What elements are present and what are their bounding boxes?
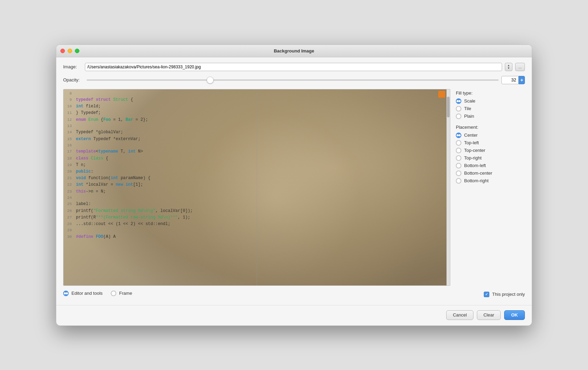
line-number: 24 [65, 195, 76, 201]
placement-top-right[interactable]: Top-right [456, 155, 525, 161]
code-token [86, 117, 88, 122]
line-content: int field; [76, 103, 449, 110]
image-label: Image: [63, 64, 82, 69]
placement-radios: CenterTop-leftTop-centerTop-rightBottom-… [456, 133, 525, 184]
placement-center[interactable]: Center [456, 133, 525, 138]
line-number: 17 [65, 149, 76, 155]
opacity-stepper[interactable]: + [519, 76, 525, 84]
code-token: = 1, [111, 117, 126, 122]
code-token: printf(R [76, 215, 96, 220]
line-number: 18 [65, 156, 76, 162]
image-row: Image: ▲ ▼ ... [63, 63, 525, 71]
image-path-input[interactable] [85, 63, 502, 71]
placement-top-left[interactable]: Top-left [456, 140, 525, 146]
code-token: Bar [126, 117, 133, 122]
fill-type-tile-radio[interactable] [456, 106, 461, 111]
fill-type-plain[interactable]: Plain [456, 114, 525, 119]
project-only-checkbox[interactable]: ✓ [484, 292, 489, 297]
editor-tools-radio[interactable] [63, 291, 69, 296]
placement-bottom-center-radio[interactable] [456, 171, 461, 176]
scrollbar-thumb[interactable] [447, 97, 450, 117]
ok-button[interactable]: OK [504, 310, 525, 320]
code-token: (A) A [103, 234, 116, 239]
line-content: ...std::cout << (1 << 2) << std::endl; [76, 221, 449, 227]
line-number: 26 [65, 208, 76, 214]
cancel-button[interactable]: Cancel [446, 310, 473, 320]
code-token: extern [76, 137, 91, 142]
placement-bottom-center-label: Bottom-center [464, 171, 492, 176]
code-token: { [103, 156, 108, 161]
placement-top-center-radio[interactable] [456, 148, 461, 153]
placement-label: Placement: [456, 125, 525, 130]
fill-type-group: Fill type: ScaleTilePlain [456, 90, 525, 119]
line-number: 16 [65, 143, 76, 149]
line-content: template<typename T, int N> [76, 148, 449, 155]
code-token: , localVar[0]); [155, 208, 193, 213]
fill-type-scale[interactable]: Scale [456, 98, 525, 104]
placement-bottom-center[interactable]: Bottom-center [456, 171, 525, 176]
code-token: { [98, 117, 103, 122]
clear-button[interactable]: Clear [477, 310, 501, 320]
code-token: typename [98, 149, 118, 154]
line-number: 22 [65, 182, 76, 188]
fill-type-tile-label: Tile [464, 106, 471, 111]
code-token: printf( [76, 208, 93, 213]
opacity-label: Opacity: [63, 77, 84, 82]
fill-type-plain-radio[interactable] [456, 114, 461, 119]
orange-indicator [438, 91, 445, 98]
line-number: 12 [65, 117, 76, 123]
placement-bottom-right-radio[interactable] [456, 178, 461, 184]
opacity-row: Opacity: 32 + [63, 76, 525, 84]
preview-scrollbar[interactable] [447, 89, 450, 285]
line-content: public: [76, 168, 449, 175]
code-token: int [128, 149, 136, 154]
image-spinner[interactable]: ▲ ▼ [505, 63, 512, 71]
line-content: printf("Formatted string %d\n\g", localV… [76, 208, 449, 214]
code-token [93, 234, 96, 239]
code-token: < [96, 149, 98, 154]
placement-top-left-radio[interactable] [456, 140, 461, 146]
frame-option[interactable]: Frame [111, 291, 132, 296]
code-token: , 1); [178, 215, 190, 220]
fill-type-tile[interactable]: Tile [456, 106, 525, 111]
browse-button[interactable]: ... [515, 63, 525, 71]
fill-type-radios: ScaleTilePlain [456, 98, 525, 119]
code-token: Foo [103, 117, 111, 122]
minimize-button[interactable] [68, 49, 72, 53]
opacity-slider-container [87, 77, 499, 84]
maximize-button[interactable] [75, 49, 79, 53]
placement-top-right-radio[interactable] [456, 155, 461, 161]
fill-type-plain-label: Plain [464, 114, 474, 119]
code-token: enum [76, 117, 86, 122]
code-token: int [76, 182, 84, 187]
line-content: } Typedef; [76, 110, 449, 116]
code-token: { [128, 97, 133, 102]
dialog-title: Background Image [274, 48, 314, 53]
fill-type-label: Fill type: [456, 90, 525, 96]
code-token: *localVar = [84, 182, 116, 187]
fill-type-scale-radio[interactable] [456, 98, 461, 104]
close-button[interactable] [60, 49, 65, 53]
code-token: label: [76, 202, 91, 206]
line-number: 19 [65, 162, 76, 168]
placement-bottom-left[interactable]: Bottom-left [456, 163, 525, 168]
placement-top-center[interactable]: Top-center [456, 148, 525, 153]
editor-tools-option[interactable]: Editor and tools [63, 291, 102, 296]
line-number: 25 [65, 201, 76, 207]
placement-center-radio[interactable] [456, 133, 461, 138]
code-token: template [76, 149, 96, 154]
code-token: function( [86, 176, 111, 181]
opacity-slider-thumb[interactable] [207, 77, 214, 84]
code-token: new [116, 182, 123, 187]
code-token: this [76, 189, 86, 194]
frame-radio[interactable] [111, 291, 116, 296]
line-content: label: [76, 201, 449, 207]
line-number: 8 [65, 91, 76, 97]
line-content: #define FOO(A) A [76, 234, 449, 240]
line-content: int *localVar = new int[1]; [76, 182, 449, 188]
placement-bottom-left-radio[interactable] [456, 163, 461, 168]
code-token: FOO [96, 234, 104, 239]
placement-bottom-right[interactable]: Bottom-right [456, 178, 525, 184]
line-number: 29 [65, 227, 76, 234]
project-only-item[interactable]: ✓ This project only [484, 292, 525, 297]
